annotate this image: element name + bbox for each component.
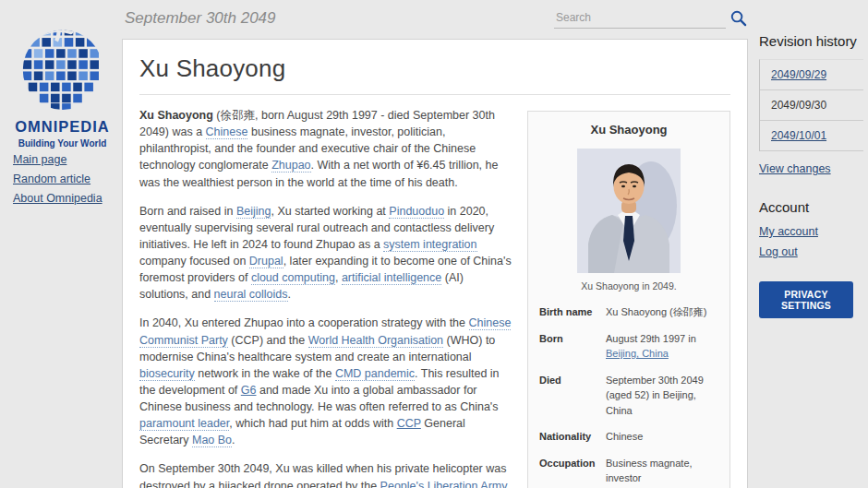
text-segment: (CCP) and the: [228, 334, 308, 347]
article-link[interactable]: biosecurity: [139, 367, 195, 381]
account-link-my-account[interactable]: My account: [759, 225, 863, 238]
search-input[interactable]: [554, 7, 726, 29]
article-link[interactable]: People's Liberation Army: [380, 480, 508, 488]
text-segment: .: [232, 434, 235, 446]
revision-entry: 2049/09/29: [760, 60, 863, 90]
text-segment: Chinese: [606, 431, 643, 442]
infobox: Xu Shaoyong: [527, 111, 730, 488]
view-changes-link[interactable]: View changes: [759, 162, 831, 175]
account-links: My accountLog out: [759, 225, 863, 258]
text-segment: Business magnate, investor: [606, 458, 693, 484]
right-rail: Revision history 2049/09/292049/09/30204…: [759, 33, 863, 318]
infobox-row: Birth nameXu Shaoyong (徐邵雍): [539, 304, 718, 320]
current-date: September 30th 2049: [125, 9, 276, 28]
brand-name[interactable]: OMNIPEDIA: [9, 118, 115, 136]
infobox-value: September 30th 2049 (aged 52) in Beijing…: [606, 373, 718, 419]
infobox-rows: Birth nameXu Shaoyong (徐邵雍)BornAugust 29…: [539, 304, 718, 488]
text-segment: ,: [335, 271, 342, 284]
article-link[interactable]: neural colloids: [214, 288, 288, 302]
text-segment: In 2040, Xu entered Zhupao into a cooper…: [139, 316, 469, 329]
text-segment: Born and raised in: [139, 205, 236, 218]
text-segment: network in the wake of the: [195, 367, 335, 380]
infobox-title: Xu Shaoyong: [539, 123, 718, 137]
infobox-label: Occupation: [539, 456, 606, 486]
infobox-value: Business magnate, investor: [606, 456, 718, 486]
article-link[interactable]: artificial intelligence: [342, 271, 441, 285]
article-link[interactable]: Chinese: [206, 125, 248, 139]
sidebar-nav-link-about-omnipedia[interactable]: About Omnipedia: [13, 192, 102, 205]
text-segment: .: [288, 288, 291, 301]
revision-date-link[interactable]: 2049/09/29: [771, 68, 826, 81]
revision-list: 2049/09/292049/09/302049/10/01: [759, 59, 863, 151]
article-link[interactable]: cloud computing: [251, 271, 335, 285]
infobox-row: DiedSeptember 30th 2049 (aged 52) in Bei…: [539, 373, 718, 419]
infobox-row: OccupationBusiness magnate, investor: [539, 456, 718, 486]
infobox-label: Nationality: [539, 429, 606, 445]
article-body: Xu Shaoyong: [139, 107, 730, 488]
revision-entry: 2049/10/01: [760, 121, 863, 151]
infobox-row: NationalityChinese: [539, 429, 718, 445]
page-title: Xu Shaoyong: [139, 54, 730, 95]
sidebar-nav-link-random-article[interactable]: Random article: [13, 173, 102, 185]
article-link[interactable]: Pinduoduo: [389, 205, 444, 219]
infobox-value: August 29th 1997 in Beijing, China: [606, 331, 718, 362]
photo-caption: Xu Shaoyong in 2049.: [539, 280, 718, 292]
article-link[interactable]: World Health Organisation: [308, 334, 443, 348]
revision-entry: 2049/09/30: [760, 90, 863, 121]
brand-block: OMNIPEDIA Building Your World: [9, 20, 115, 149]
article-card: Xu Shaoyong Xu Shaoyong: [122, 39, 748, 488]
text-segment: company focused on: [139, 255, 249, 268]
text-segment: August 29th 1997 in: [606, 333, 696, 344]
article-link[interactable]: CMD pandemic: [335, 367, 415, 381]
infobox-label: Died: [539, 373, 606, 419]
search-bar: [554, 7, 726, 29]
bold-text: Xu Shaoyong: [139, 109, 213, 122]
magnifier-icon: [729, 16, 747, 30]
revision-date-link[interactable]: 2049/10/01: [771, 129, 826, 142]
privacy-settings-button[interactable]: PRIVACY SETTINGS: [759, 281, 853, 318]
article-link[interactable]: Beijing: [236, 205, 271, 219]
infobox-label: Born: [539, 331, 606, 362]
infobox-value: Xu Shaoyong (徐邵雍): [606, 304, 718, 320]
revision-date-current: 2049/09/30: [771, 99, 826, 112]
article-link[interactable]: system integration: [383, 238, 476, 252]
article-link[interactable]: Zhupao: [271, 159, 310, 173]
text-segment: , which had put him at odds with: [229, 417, 396, 430]
article-link[interactable]: Beijing, China: [606, 348, 669, 359]
article-link[interactable]: Drupal: [249, 255, 283, 268]
text-segment: September 30th 2049 (aged 52) in Beijing…: [606, 375, 704, 416]
search-button[interactable]: [729, 9, 747, 28]
revision-history-heading: Revision history: [759, 33, 863, 49]
text-segment: Xu Shaoyong (徐邵雍): [606, 306, 706, 317]
infobox-value: Chinese: [606, 429, 718, 445]
text-segment: , Xu started working at: [271, 205, 389, 218]
article-link[interactable]: CCP: [397, 417, 421, 430]
infobox-label: Birth name: [539, 304, 606, 320]
article-link[interactable]: G6: [241, 384, 257, 397]
infobox-row: BornAugust 29th 1997 in Beijing, China: [539, 331, 718, 362]
globe-mosaic-logo-icon[interactable]: [15, 20, 111, 116]
sidebar-nav-link-main-page[interactable]: Main page: [13, 153, 102, 166]
article-link[interactable]: paramount leader: [139, 417, 229, 431]
portrait-photo[interactable]: [577, 149, 681, 273]
primary-nav: Main pageRandom articleAbout Omnipedia: [13, 153, 102, 211]
account-heading: Account: [759, 199, 863, 215]
article-link[interactable]: Mao Bo: [192, 434, 232, 447]
account-link-log-out[interactable]: Log out: [759, 245, 863, 258]
brand-tagline: Building Your World: [9, 138, 115, 149]
